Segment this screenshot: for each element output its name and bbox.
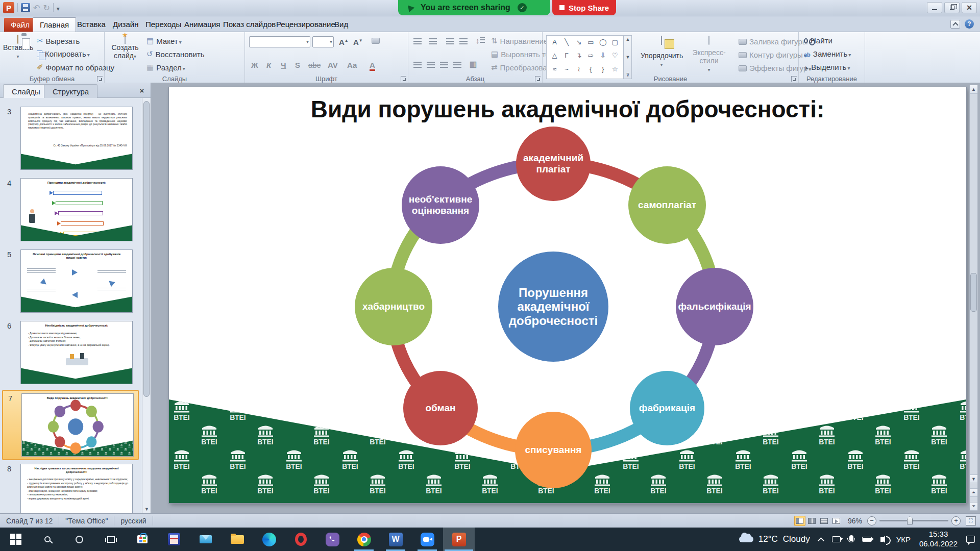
font-color-button[interactable]: А [370, 61, 375, 71]
slideshow-view-button[interactable] [831, 516, 842, 526]
shape-right-brace-icon[interactable] [597, 64, 609, 74]
shape-textbox-icon[interactable] [549, 37, 560, 47]
microphone-tray-icon[interactable] [849, 535, 853, 541]
gallery-up-icon[interactable]: ▲ [626, 37, 630, 42]
node-circle-biased-evaluation[interactable] [55, 406, 65, 417]
previous-slide-icon[interactable]: ⏶ [970, 488, 977, 497]
microsoft-store-button[interactable] [127, 528, 158, 551]
section-button[interactable]: Раздел [146, 63, 185, 72]
start-button[interactable] [0, 528, 32, 551]
node-circle-deception[interactable] [55, 436, 65, 447]
stop-share-button[interactable]: Stop Share [552, 0, 616, 15]
keyboard-language[interactable]: УКР [896, 535, 911, 544]
chrome-button[interactable] [348, 528, 380, 551]
shapes-gallery-scrollbar[interactable]: ▲ ▼ ⊽ [624, 35, 632, 79]
node-circle-plagiarism[interactable] [70, 400, 81, 411]
panel-scrollbar[interactable]: ▼ [142, 98, 151, 513]
zoom-app-button[interactable] [411, 528, 443, 551]
columns-icon[interactable]: ▥ [470, 60, 477, 69]
gallery-down-icon[interactable]: ▼ [626, 55, 630, 60]
slide-canvas[interactable]: Види порушень академічної доброчесності:… [169, 87, 966, 503]
restore-button[interactable] [944, 2, 960, 13]
clear-formatting-icon[interactable] [372, 38, 380, 44]
cortana-button[interactable] [63, 528, 95, 551]
node-label-deception[interactable]: обман [403, 371, 478, 445]
node-circle-falsification[interactable] [93, 421, 104, 433]
line-spacing-icon[interactable]: ↕ [476, 36, 485, 45]
shapes-gallery[interactable] [546, 35, 624, 79]
align-right-icon[interactable] [440, 62, 448, 68]
drawing-dialog-launcher-icon[interactable] [791, 76, 797, 82]
shape-arrow-icon[interactable] [573, 37, 584, 47]
justify-icon[interactable] [453, 62, 461, 68]
speaker-icon[interactable] [880, 537, 884, 542]
scroll-up-icon[interactable]: ▲ [970, 85, 977, 94]
center-circle[interactable] [68, 418, 83, 435]
powerpoint-app-icon[interactable] [3, 2, 14, 13]
center-circle-label[interactable]: Порушення академічної доброчесності [498, 252, 608, 362]
slide-thumbnail-3[interactable]: 3 Академічна доброчесність (анг. Academi… [2, 104, 139, 174]
paragraph-dialog-launcher-icon[interactable] [535, 76, 541, 82]
battery-icon[interactable] [862, 537, 872, 542]
shape-scribble-icon[interactable] [549, 64, 560, 74]
undo-icon[interactable] [33, 3, 40, 13]
slide-thumbnail-5[interactable]: 5 Основні принципи академічної доброчесн… [2, 247, 139, 317]
increase-indent-icon[interactable] [459, 38, 468, 45]
shape-star-icon[interactable] [609, 64, 621, 74]
character-spacing-button[interactable]: AV [328, 61, 338, 69]
zoom-out-icon[interactable]: − [867, 516, 876, 525]
shape-oval-icon[interactable] [597, 37, 609, 47]
shape-elbow-arrow-icon[interactable] [573, 51, 584, 61]
change-case-button[interactable]: Аа [347, 61, 357, 69]
node-label-bribery[interactable]: хабарництво [355, 268, 432, 345]
find-button[interactable]: Найти [804, 36, 832, 45]
task-view-button[interactable] [95, 528, 127, 551]
shape-freeform-icon[interactable] [573, 64, 584, 74]
tab-home[interactable]: Главная [33, 17, 76, 32]
cut-button[interactable]: Вырезать [37, 36, 80, 45]
reading-view-button[interactable] [819, 516, 830, 526]
powerpoint-button[interactable] [443, 528, 475, 551]
normal-view-button[interactable] [794, 516, 805, 526]
redo-icon[interactable] [43, 3, 50, 13]
replace-button[interactable]: Заменить [804, 49, 851, 58]
show-hidden-icons-icon[interactable] [818, 537, 824, 544]
shape-line-icon[interactable] [561, 37, 573, 47]
clipboard-dialog-launcher-icon[interactable] [97, 76, 103, 82]
clock[interactable]: 15:33 06.04.2022 [919, 530, 958, 549]
node-circle-cheating[interactable] [70, 442, 81, 454]
main-scrollbar-thumb[interactable] [970, 273, 977, 312]
main-scrollbar[interactable]: ▲ ▼ ⏶ ⏷ [969, 85, 978, 511]
font-name-combobox[interactable] [249, 36, 310, 47]
node-label-cheating[interactable]: списування [515, 412, 592, 488]
mail-button[interactable] [190, 528, 222, 551]
node-circle-fabrication[interactable] [86, 436, 96, 447]
strikethrough-button[interactable]: abc [308, 61, 321, 69]
scroll-down-icon[interactable]: ▼ [970, 474, 977, 483]
slide-sorter-view-button[interactable] [806, 516, 818, 526]
camera-tray-icon[interactable] [832, 536, 841, 542]
edge-button[interactable] [253, 528, 285, 551]
panel-scrollbar-thumb[interactable] [143, 101, 150, 397]
collapse-ribbon-icon[interactable] [950, 20, 960, 29]
quick-styles-button[interactable]: Экспресс-стили [683, 36, 734, 73]
slide-thumbnail-6[interactable]: 6 Необхідність академічної доброчесності… [2, 318, 139, 389]
file-explorer-button[interactable] [222, 528, 253, 551]
zoom-slider-thumb[interactable] [907, 516, 913, 524]
zoom-level[interactable]: 96% [848, 517, 862, 525]
node-label-plagiarism[interactable]: академічний плагіат [516, 127, 591, 201]
weather-widget[interactable]: 12°C Cloudy [739, 534, 810, 544]
text-shadow-button[interactable]: S [295, 61, 300, 69]
align-center-icon[interactable] [427, 62, 435, 68]
grow-font-icon[interactable]: A▲ [339, 38, 349, 46]
node-label-falsification[interactable]: фальсифікація [676, 268, 753, 345]
layout-button[interactable]: Макет [146, 36, 182, 45]
help-icon[interactable] [965, 19, 974, 29]
customize-qat-icon[interactable] [57, 4, 60, 12]
arrange-button[interactable]: Упорядочить [641, 36, 682, 68]
shape-rectangle-icon[interactable] [585, 37, 597, 47]
shape-right-arrow-icon[interactable] [585, 51, 597, 61]
zoom-slider[interactable] [879, 520, 948, 521]
shape-triangle-icon[interactable] [549, 51, 560, 61]
action-center-icon[interactable] [966, 536, 975, 543]
